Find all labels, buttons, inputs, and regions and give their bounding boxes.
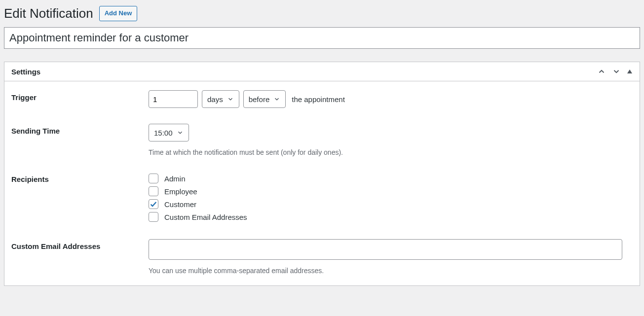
recipient-checkbox[interactable] — [149, 186, 158, 196]
recipient-option: Employee — [149, 185, 633, 198]
custom-emails-input[interactable] — [149, 239, 622, 260]
triangle-up-icon — [627, 69, 633, 74]
settings-panel-title: Settings — [11, 68, 40, 76]
recipient-checkbox[interactable] — [149, 212, 158, 222]
trigger-label: Trigger — [11, 90, 149, 102]
panel-move-up-button[interactable] — [597, 67, 606, 76]
chevron-down-icon — [177, 129, 184, 136]
recipient-option-label: Admin — [164, 175, 186, 183]
chevron-down-icon — [227, 96, 234, 103]
settings-panel-header: Settings — [4, 62, 640, 81]
recipients-list: AdminEmployeeCustomerCustom Email Addres… — [149, 172, 633, 223]
trigger-relation-value: before — [249, 95, 270, 104]
recipient-option: Admin — [149, 172, 633, 185]
panel-toggle-button[interactable] — [627, 69, 633, 74]
recipient-option-label: Custom Email Addresses — [164, 213, 247, 221]
sending-time-help: Time at which the notification must be s… — [149, 148, 633, 156]
chevron-down-icon — [273, 96, 280, 103]
sending-time-value: 15:00 — [154, 129, 173, 137]
trigger-relation-select[interactable]: before — [243, 90, 286, 108]
add-new-button[interactable]: Add New — [99, 6, 138, 21]
chevron-up-icon — [597, 67, 606, 76]
trigger-unit-value: days — [207, 95, 223, 104]
check-icon — [150, 200, 157, 208]
recipient-option-label: Employee — [164, 187, 197, 196]
panel-move-down-button[interactable] — [612, 67, 621, 76]
custom-emails-help: You can use multiple comma-separated ema… — [149, 267, 633, 275]
svg-marker-0 — [627, 70, 632, 73]
trigger-number-input[interactable] — [149, 90, 198, 108]
chevron-down-icon — [612, 67, 621, 76]
page-title: Edit Notification — [4, 6, 93, 21]
trigger-suffix-text: the appointment — [292, 95, 345, 104]
recipient-checkbox[interactable] — [149, 174, 158, 183]
custom-emails-label: Custom Email Addresses — [11, 239, 149, 250]
recipient-checkbox[interactable] — [149, 199, 158, 209]
recipient-option: Custom Email Addresses — [149, 211, 633, 223]
notification-title-input[interactable] — [4, 27, 640, 49]
recipients-label: Recipients — [11, 172, 149, 183]
settings-panel: Settings Trigger days — [4, 62, 640, 286]
sending-time-label: Sending Time — [11, 124, 149, 135]
trigger-unit-select[interactable]: days — [202, 90, 239, 108]
recipient-option: Customer — [149, 198, 633, 211]
sending-time-select[interactable]: 15:00 — [149, 124, 189, 141]
recipient-option-label: Customer — [164, 200, 196, 209]
